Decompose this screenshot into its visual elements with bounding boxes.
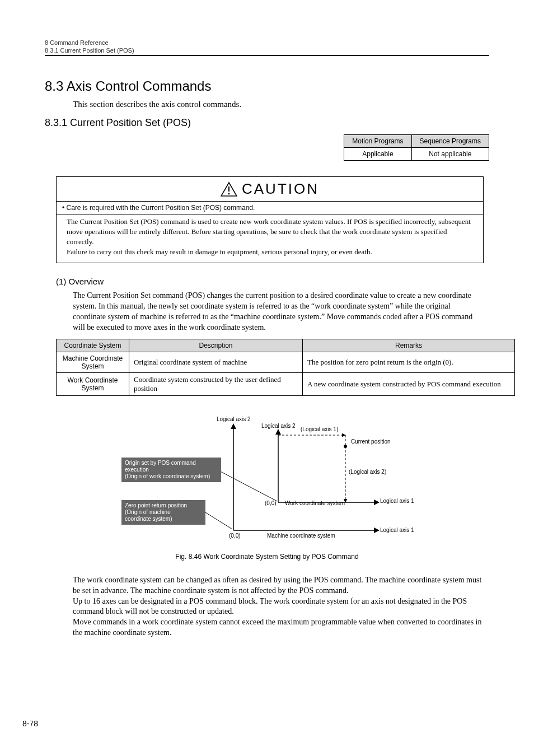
header-sub: 8.3.1 Current Position Set (POS): [45, 47, 489, 54]
figure-caption: Fig. 8.46 Work Coordinate System Setting…: [45, 553, 489, 561]
coordinate-table: Coordinate System Description Remarks Ma…: [56, 339, 515, 396]
diagram: Logical axis 2 Logical axis 2 (Logical a…: [121, 413, 413, 542]
section-intro: This section describes the axis control …: [73, 100, 489, 109]
label-logical-axis2-paren: (Logical axis 2): [349, 469, 386, 475]
coord-row1-remarks: A new coordinate system constructed by P…: [303, 372, 515, 395]
applicability-header-motion: Motion Programs: [344, 135, 411, 148]
header-rule: [45, 55, 489, 56]
label-logical-axis2-b: Logical axis 2: [261, 423, 296, 429]
caution-title-cell: CAUTION: [57, 177, 483, 202]
label-origin-machine: (0,0): [229, 533, 241, 539]
applicability-header-sequence: Sequence Programs: [411, 135, 489, 148]
coord-row0-remarks: The position for zero point return is th…: [303, 352, 515, 372]
caution-bullet: • Care is required with the Current Posi…: [57, 202, 483, 214]
caution-body-1: The Current Position Set (POS) command i…: [67, 217, 473, 248]
coord-row0-label: Machine Coordinate System: [57, 352, 129, 372]
table-row: Work Coordinate System Coordinate system…: [57, 372, 515, 395]
header-chapter: 8 Command Reference: [45, 39, 489, 46]
diagram-box-zero-return: Zero point return position(Origin of mac…: [121, 500, 205, 525]
svg-line-12: [205, 512, 232, 529]
caution-body-2: Failure to carry out this check may resu…: [67, 247, 473, 257]
coord-th-system: Coordinate System: [57, 339, 129, 352]
caution-box: CAUTION • Care is required with the Curr…: [56, 176, 484, 263]
svg-point-2: [228, 193, 230, 194]
caution-body: The Current Position Set (POS) command i…: [57, 214, 483, 263]
diagram-box-pos-origin: Origin set by POS command execution(Orig…: [121, 458, 221, 482]
body-para-1: The work coordinate system can be change…: [73, 575, 484, 596]
label-current-position: Current position: [351, 438, 391, 445]
label-logical-axis1-b: Logical axis 1: [380, 527, 414, 533]
applicability-sequence-value: Not applicable: [411, 148, 489, 161]
page-number: 8-78: [22, 719, 38, 728]
overview-text: The Current Position Set command (POS) c…: [73, 291, 484, 333]
svg-line-11: [219, 471, 277, 501]
body-para-3: Move commands in a work coordinate syste…: [73, 617, 484, 638]
label-machine-cs: Machine coordinate system: [267, 533, 335, 539]
coord-row1-desc: Coordinate system constructed by the use…: [129, 372, 303, 395]
subsection-title: 8.3.1 Current Position Set (POS): [45, 117, 489, 129]
label-logical-axis1-a: Logical axis 1: [380, 498, 414, 504]
table-row: Machine Coordinate System Original coord…: [57, 352, 515, 372]
label-origin-work: (0,0): [265, 500, 277, 506]
coord-row1-label: Work Coordinate System: [57, 372, 129, 395]
label-logical-axis2-a: Logical axis 2: [217, 416, 251, 422]
body-paragraphs: The work coordinate system can be change…: [73, 575, 484, 638]
label-work-cs: Work coordinate system: [285, 500, 345, 506]
coord-th-remarks: Remarks: [303, 339, 515, 352]
applicability-table: Motion Programs Sequence Programs Applic…: [344, 134, 489, 161]
label-logical-axis1-paren: (Logical axis 1): [301, 426, 338, 432]
caution-label: CAUTION: [242, 180, 319, 198]
coord-row0-desc: Original coordinate system of machine: [129, 352, 303, 372]
section-title: 8.3 Axis Control Commands: [45, 78, 489, 94]
applicability-motion-value: Applicable: [344, 148, 411, 161]
overview-heading: (1) Overview: [56, 277, 489, 286]
coord-th-desc: Description: [129, 339, 303, 352]
warning-triangle-icon: [221, 182, 237, 197]
body-para-2: Up to 16 axes can be designated in a POS…: [73, 596, 484, 618]
